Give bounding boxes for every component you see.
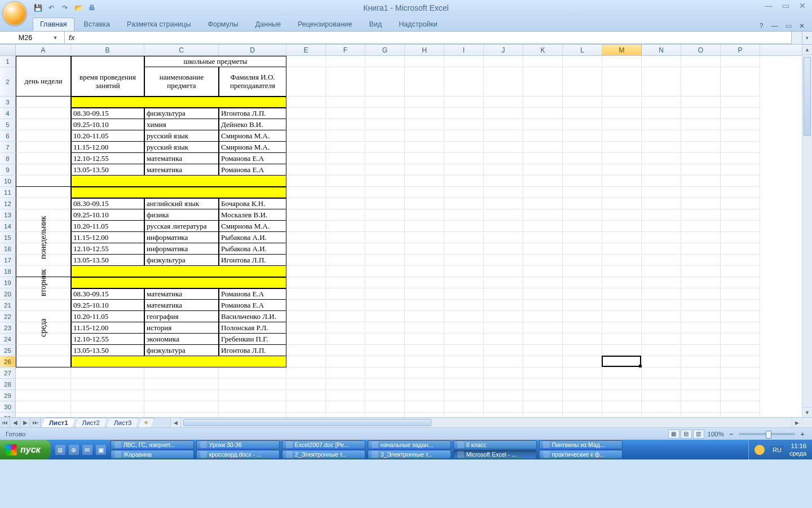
cell[interactable] (326, 108, 365, 119)
cell[interactable] (681, 130, 721, 142)
cell[interactable] (642, 311, 681, 322)
cell[interactable] (405, 345, 444, 356)
cell[interactable] (326, 130, 365, 142)
cell[interactable] (681, 209, 721, 221)
cell[interactable] (286, 345, 326, 356)
row-header[interactable]: 1 (0, 56, 15, 67)
taskbar-button[interactable]: 8 класс (453, 440, 537, 449)
cell[interactable] (563, 277, 602, 288)
cell[interactable] (523, 345, 563, 356)
cell[interactable]: 13.05-13.50 (71, 345, 144, 356)
row-header[interactable]: 20 (0, 288, 15, 300)
cell[interactable] (405, 232, 444, 243)
taskbar-button[interactable]: начальные задан... (368, 440, 451, 449)
cell[interactable]: Гребенкин П.Г. (219, 334, 286, 345)
cell[interactable] (286, 311, 326, 322)
view-normal-icon[interactable]: ▦ (668, 430, 679, 439)
col-header[interactable]: F (326, 45, 365, 55)
cell[interactable] (523, 221, 563, 232)
cell[interactable] (721, 311, 760, 322)
cell[interactable] (365, 130, 405, 142)
row-header[interactable]: 9 (0, 164, 15, 176)
cell[interactable] (71, 187, 286, 198)
cell[interactable] (642, 277, 681, 288)
cell[interactable] (219, 379, 286, 390)
row-header[interactable]: 11 (0, 187, 15, 198)
cell[interactable] (642, 288, 681, 300)
cell[interactable] (602, 164, 642, 176)
cell[interactable] (405, 390, 444, 401)
row-header[interactable]: 30 (0, 401, 15, 413)
cell[interactable] (444, 288, 484, 300)
cell[interactable] (681, 334, 721, 345)
row-header[interactable]: 10 (0, 176, 15, 187)
col-header[interactable]: B (71, 45, 144, 55)
sheet-tab[interactable]: Лист2 (75, 418, 107, 427)
cell[interactable] (642, 198, 681, 209)
cell[interactable] (405, 153, 444, 164)
cell[interactable] (642, 367, 681, 379)
col-header[interactable]: C (144, 45, 219, 55)
cell[interactable] (642, 334, 681, 345)
cell[interactable] (642, 119, 681, 130)
cell[interactable] (602, 67, 642, 97)
cell[interactable] (484, 255, 523, 266)
col-header[interactable]: K (523, 45, 563, 55)
cell[interactable] (405, 119, 444, 130)
cell[interactable] (444, 345, 484, 356)
cell[interactable] (563, 288, 602, 300)
cell[interactable] (681, 345, 721, 356)
quick-launch-icon[interactable]: ⊕ (69, 445, 79, 455)
cell[interactable]: время проведения занятий (71, 67, 144, 97)
open-icon[interactable]: 📂 (73, 3, 83, 13)
scroll-right-icon[interactable]: ▶ (792, 418, 802, 427)
cell[interactable] (523, 277, 563, 288)
cell[interactable] (563, 379, 602, 390)
cell[interactable] (721, 334, 760, 345)
cell[interactable] (286, 266, 326, 277)
name-box[interactable]: ▼ (0, 32, 65, 44)
vertical-scroll-thumb[interactable] (804, 57, 811, 136)
cell[interactable] (405, 209, 444, 221)
cell[interactable] (681, 119, 721, 130)
cell[interactable] (484, 164, 523, 176)
cell[interactable] (563, 108, 602, 119)
cell[interactable] (602, 322, 642, 334)
cell[interactable] (326, 209, 365, 221)
cell[interactable] (71, 367, 144, 379)
cell[interactable]: 10.20-11.05 (71, 311, 144, 322)
cell[interactable] (286, 164, 326, 176)
cell[interactable] (681, 97, 721, 108)
cell[interactable] (365, 311, 405, 322)
cell[interactable] (405, 255, 444, 266)
horizontal-scroll-thumb[interactable] (183, 419, 431, 426)
cell[interactable] (405, 401, 444, 413)
cell[interactable] (444, 56, 484, 67)
cell[interactable]: Игонтова Л.П. (219, 345, 286, 356)
cell[interactable] (444, 221, 484, 232)
row-header[interactable]: 4 (0, 108, 15, 119)
sheet-nav-first-icon[interactable]: ⏮ (0, 418, 10, 427)
cell[interactable] (563, 266, 602, 277)
taskbar-button[interactable]: Пингвины из Мад... (539, 440, 623, 449)
cell[interactable]: Рыбакова А.И. (219, 243, 286, 255)
cell[interactable] (286, 390, 326, 401)
cell[interactable] (405, 164, 444, 176)
cell[interactable] (523, 187, 563, 198)
cell[interactable] (444, 209, 484, 221)
cell[interactable] (642, 142, 681, 153)
cell[interactable] (602, 334, 642, 345)
cell[interactable] (326, 322, 365, 334)
cell[interactable] (444, 255, 484, 266)
cell[interactable] (365, 266, 405, 277)
cell[interactable] (326, 164, 365, 176)
row-header[interactable]: 3 (0, 97, 15, 108)
cell[interactable] (405, 266, 444, 277)
sheet-nav-next-icon[interactable]: ▶ (20, 418, 30, 427)
cell[interactable] (721, 300, 760, 311)
cell[interactable] (444, 300, 484, 311)
cell[interactable] (721, 243, 760, 255)
cell[interactable] (286, 379, 326, 390)
cell[interactable] (523, 119, 563, 130)
cell[interactable] (71, 379, 144, 390)
